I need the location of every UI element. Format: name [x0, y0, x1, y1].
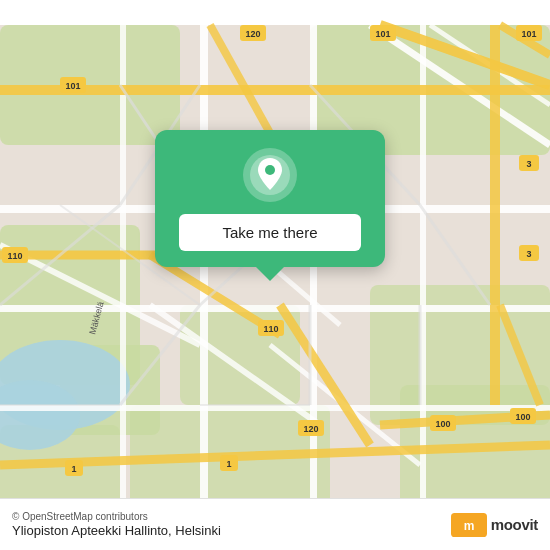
svg-text:1: 1 — [71, 464, 76, 474]
svg-rect-13 — [0, 305, 550, 312]
svg-text:110: 110 — [263, 324, 278, 334]
bottom-bar: © OpenStreetMap contributors Yliopiston … — [0, 498, 550, 550]
osm-attribution: © OpenStreetMap contributors — [12, 511, 221, 522]
svg-text:100: 100 — [515, 412, 530, 422]
svg-rect-15 — [200, 25, 208, 525]
svg-rect-18 — [120, 25, 126, 525]
svg-point-79 — [265, 165, 275, 175]
svg-text:120: 120 — [303, 424, 318, 434]
svg-text:101: 101 — [521, 29, 536, 39]
moovit-icon: m — [451, 507, 487, 543]
svg-text:101: 101 — [65, 81, 80, 91]
place-name: Yliopiston Apteekki Hallinto, Helsinki — [12, 523, 221, 538]
svg-rect-30 — [490, 25, 500, 405]
svg-text:3: 3 — [526, 249, 531, 259]
svg-text:101: 101 — [375, 29, 390, 39]
take-me-there-button[interactable]: Take me there — [179, 214, 361, 251]
svg-text:3: 3 — [526, 159, 531, 169]
location-pin-icon — [243, 148, 297, 202]
svg-text:1: 1 — [226, 459, 231, 469]
moovit-text: moovit — [491, 516, 538, 533]
moovit-logo: m moovit — [451, 507, 538, 543]
svg-text:110: 110 — [7, 251, 22, 261]
svg-text:m: m — [463, 518, 474, 532]
map-container: 101 101 101 110 110 110 3 3 120 120 1 — [0, 0, 550, 550]
popup-card: Take me there — [155, 130, 385, 267]
bottom-left-info: © OpenStreetMap contributors Yliopiston … — [12, 511, 221, 538]
svg-text:120: 120 — [245, 29, 260, 39]
svg-text:100: 100 — [435, 419, 450, 429]
